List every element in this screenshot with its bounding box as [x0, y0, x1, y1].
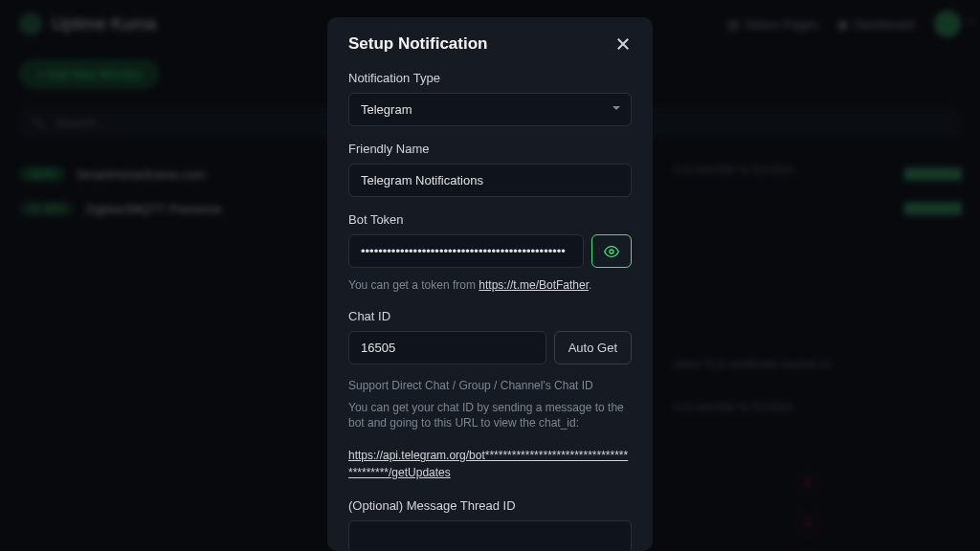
friendly-name-input[interactable]: [348, 164, 632, 197]
friendly-name-label: Friendly Name: [348, 142, 632, 156]
reveal-token-button[interactable]: [591, 234, 632, 268]
thread-id-input[interactable]: [348, 520, 632, 551]
chat-id-help-2: You can get your chat ID by sending a me…: [348, 400, 632, 432]
get-updates-link[interactable]: https://api.telegram.org/bot************…: [348, 447, 632, 481]
close-icon[interactable]: [614, 35, 632, 53]
chat-id-help-1: Support Direct Chat / Group / Channel's …: [348, 378, 632, 394]
bot-token-label: Bot Token: [348, 212, 632, 227]
bot-token-input[interactable]: [348, 234, 584, 268]
svg-point-4: [610, 250, 613, 253]
setup-notification-modal: Setup Notification Notification Type Tel…: [327, 17, 653, 551]
modal-title: Setup Notification: [348, 34, 487, 54]
token-help-text: You can get a token from https://t.me/Bo…: [348, 277, 632, 294]
chat-id-input[interactable]: [348, 331, 546, 364]
notification-type-label: Notification Type: [348, 71, 632, 85]
botfather-link[interactable]: https://t.me/BotFather: [479, 278, 589, 292]
auto-get-button[interactable]: Auto Get: [554, 331, 632, 364]
eye-icon: [604, 244, 619, 259]
chat-id-label: Chat ID: [348, 309, 632, 323]
notification-type-select[interactable]: Telegram: [348, 93, 632, 126]
thread-id-label: (Optional) Message Thread ID: [348, 498, 632, 513]
